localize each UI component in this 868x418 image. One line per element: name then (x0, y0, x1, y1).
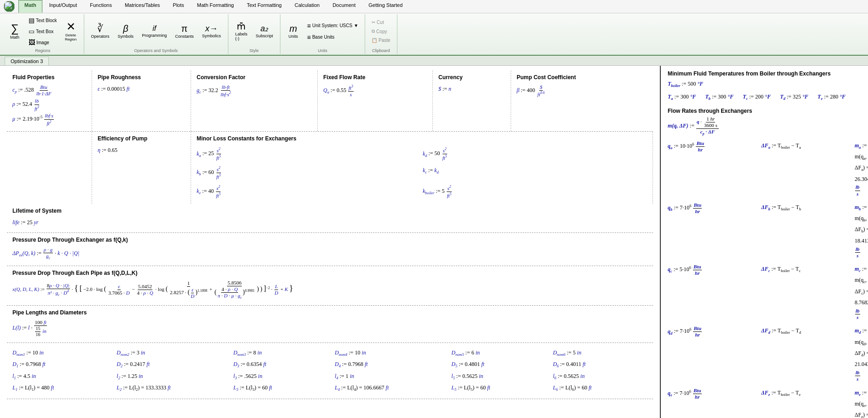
ribbon-group-clipboard: ✂ Cut ⧉ Copy 📋 Paste Clipboard (365, 14, 397, 54)
Dnom2-expr: Dnom2 := 3 in (117, 348, 226, 359)
min-fluid-title: Minimum Fluid Temperatures from Boiler t… (668, 70, 861, 77)
delete-region-button[interactable]: ✕ DeleteRegion (62, 19, 80, 43)
kboiler-expr: kboiler := 5 s2ft5 (423, 185, 647, 199)
subscript-button[interactable]: a₂ Subscript (252, 23, 276, 40)
l4-expr: l4 := 1 in (335, 372, 444, 382)
mc-expr: mc := m(qc, ΔFc) = 8.7682 lbs (855, 264, 868, 320)
ribbon-group-units: m Units ≡ Unit System: USCS ▼ ≡ Base Uni… (280, 14, 365, 54)
fluid-properties-section: Fluid Properties cp := .528 Btulb·1·ΔF ρ… (7, 70, 92, 131)
subscript-icon: a₂ (260, 24, 268, 33)
symbols-label: Symbols (118, 34, 134, 39)
math-icon: ∑ (11, 23, 18, 34)
programming-button[interactable]: if Programming (139, 23, 170, 40)
dFc-expr: ΔFc := Tboiler − Tc (761, 264, 853, 320)
mb-expr: mb := m(qb, ΔFb) = 18.4133 lbs (855, 202, 868, 259)
te-expr: Te := 280 °F (817, 92, 845, 103)
Dnom3-expr: Dnom3 := 8 in (233, 348, 328, 359)
units-group-label: Units (318, 48, 327, 53)
md-expr: md := m(qd, ΔFd) = 21.0438 lbs (855, 325, 868, 382)
dFd-expr: ΔFd := Tboiler − Td (761, 325, 853, 382)
D5-expr: D5 := 0.4801 ft (451, 360, 546, 370)
flow-rates-title: Flow Rates through Exchangers (668, 108, 861, 114)
constants-button[interactable]: π Constants (172, 22, 197, 41)
L-formula: L(l) := l · 100 ft1516 in (12, 319, 647, 337)
minor-losses-section: Minor Loss Constants for Exchangers ka :… (191, 132, 653, 203)
pipe-lengths-section: Pipe Lengths and Diameters L(l) := l · 1… (7, 306, 653, 343)
m-formula: m(q, ΔF) := q · 1 hr3600 scp · ΔF (668, 116, 861, 136)
life-expr: life := 25 yr (12, 218, 87, 228)
symbolics-button[interactable]: x→ Symbolics (199, 23, 224, 40)
row2-empty2: Lifetime of System life := 25 yr (7, 204, 92, 233)
mu-expr: μ := 2.19·10-5 lbf·sft2 (12, 113, 86, 126)
pressure-drop-exchanger-section: Pressure Drop Through Exchanger as f(Q,k… (7, 233, 653, 266)
tab-calculation[interactable]: Calculation (289, 0, 326, 13)
tab-math-formatting[interactable]: Math Formatting (191, 0, 240, 13)
document-tab[interactable]: Optimization 3 (5, 57, 49, 65)
tab-functions[interactable]: Functions (84, 0, 118, 13)
ribbon-group-style: m̄ Labels(-) a₂ Subscript Style (228, 14, 280, 54)
eps-expr: ε := 0.00015 ft (98, 84, 185, 94)
symbolics-icon: x→ (205, 24, 218, 33)
tc-expr: Tc := 200 °F (743, 92, 771, 103)
symbolics-label: Symbolics (202, 34, 221, 38)
operators-icon: ∛ (97, 24, 103, 33)
pipe5-col: Dnom5 := 6 in D5 := 0.4801 ft l5 := 0.56… (451, 347, 546, 395)
L4-expr: L4 := L(l4) = 106.6667 ft (335, 383, 444, 394)
tab-matrices[interactable]: Matrices/Tables (119, 0, 166, 13)
pdex-formula: ΔPex(Q, k) := ρ · ggc · k · Q · |Q| (12, 247, 647, 261)
copy-icon: ⧉ (372, 29, 375, 34)
tab-plots[interactable]: Plots (167, 0, 190, 13)
regions-group-label: Regions (35, 48, 50, 53)
tboiler-expr: Tboiler := 500 °F (668, 79, 861, 90)
ribbon-content: ∑ Math ▤ Text Block ▭ Text Box 🖼 Image (0, 13, 868, 55)
copy-label: Copy (376, 29, 387, 34)
pipe-lengths-title: Pipe Lengths and Diameters (12, 309, 647, 316)
paste-button[interactable]: 📋 Paste (369, 36, 393, 44)
efficiency-title: Efficiency of Pump (98, 135, 185, 142)
ribbon-group-operators: ∛ Operators β Symbols if Programming π C… (84, 14, 228, 54)
programming-label: Programming (142, 33, 167, 38)
qe-val: qe := 7·106 Btuhr (668, 388, 760, 418)
td-expr: Td := 325 °F (780, 92, 808, 103)
tab-input-output[interactable]: Input/Output (43, 0, 83, 13)
Dnom1-expr: Dnom1 := 10 in (12, 348, 110, 359)
labels-label: Labels(-) (235, 32, 248, 41)
units-icon: m (289, 24, 297, 33)
ribbon: Math Input/Output Functions Matrices/Tab… (0, 0, 868, 56)
left-area: Fluid Properties cp := .528 Btulb·1·ΔF ρ… (0, 66, 661, 418)
text-box-button[interactable]: ▭ Text Box (26, 26, 60, 36)
tab-document[interactable]: Document (326, 0, 361, 13)
units-button[interactable]: m Units (284, 22, 303, 41)
efficiency-section: Efficiency of Pump η := 0.65 (92, 132, 191, 203)
labels-button[interactable]: m̄ Labels(-) (232, 20, 251, 43)
tab-getting-started[interactable]: Getting Started (362, 0, 408, 13)
row-2: Efficiency of Pump η := 0.65 Minor Loss … (7, 132, 653, 233)
pipe3-col: Dnom3 := 8 in D3 := 0.6354 ft l3 := .562… (233, 347, 328, 395)
base-units-button[interactable]: ≡ Base Units (304, 32, 361, 42)
qb-val: qb := 7·106 Btuhr (668, 202, 760, 259)
math-button[interactable]: ∑ Math (6, 21, 24, 41)
copy-button[interactable]: ⧉ Copy (369, 27, 393, 35)
D4-expr: D4 := 0.7968 ft (335, 360, 444, 370)
unit-system-button[interactable]: ≡ Unit System: USCS ▼ (304, 21, 361, 31)
tab-math[interactable]: Math (18, 0, 42, 13)
text-block-button[interactable]: ▤ Text Block (26, 15, 60, 25)
L1-expr: L1 := L(l1) = 480 ft (12, 383, 110, 394)
beta-expr: β := 400 $ft0.6 (517, 84, 623, 98)
cut-button[interactable]: ✂ Cut (369, 18, 393, 26)
operators-button[interactable]: ∛ Operators (88, 22, 113, 41)
pressure-drop-pipe-title: Pressure Drop Through Each Pipe as f(Q,D… (12, 270, 647, 276)
symbols-button[interactable]: β Symbols (115, 22, 137, 41)
image-button[interactable]: 🖼 Image (26, 37, 60, 47)
tab-text-formatting[interactable]: Text Formatting (241, 0, 288, 13)
qa-expr: Qa := 0.55 ft3s (323, 84, 427, 98)
paste-label: Paste (379, 38, 390, 43)
dFe-expr: ΔFe := Tboiler − Te (761, 388, 853, 418)
fixed-flow-rate-section: Fixed Flow Rate Qa := 0.55 ft3s (318, 70, 433, 131)
minor-losses-title: Minor Loss Constants for Exchangers (197, 135, 647, 142)
kd-expr: kd := 50 s2ft5 (423, 147, 647, 161)
rho-expr: ρ := 52.4 lbft3 (12, 98, 86, 111)
text-block-icon: ▤ (29, 17, 35, 24)
currency-title: Currency (438, 74, 505, 81)
l2-expr: l2 := 1.25 in (117, 372, 226, 382)
